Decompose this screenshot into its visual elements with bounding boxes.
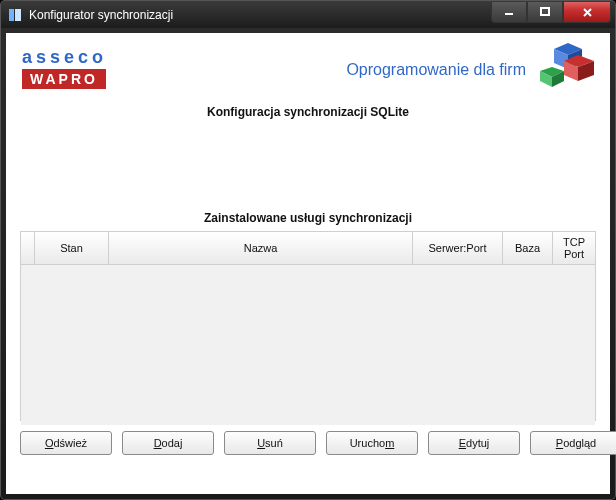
maximize-button[interactable] bbox=[527, 2, 563, 23]
minimize-button[interactable] bbox=[491, 2, 527, 23]
brand-logo: asseco WAPRO bbox=[22, 47, 107, 89]
main-section-title: Konfiguracja synchronizacji SQLite bbox=[6, 105, 610, 119]
window-frame: asseco WAPRO Oprogramowanie dla firm bbox=[0, 28, 616, 500]
close-button[interactable] bbox=[563, 2, 611, 23]
app-icon bbox=[7, 7, 23, 23]
delete-button[interactable]: Usuń bbox=[224, 431, 316, 455]
edit-button[interactable]: Edytuj bbox=[428, 431, 520, 455]
grid-header-row: Stan Nazwa Serwer:Port Baza TCP Port bbox=[21, 232, 595, 265]
col-tcp[interactable]: TCP Port bbox=[553, 232, 595, 264]
spacer-area bbox=[6, 119, 610, 205]
window-title: Konfigurator synchronizacji bbox=[29, 8, 491, 22]
button-label: Odśwież bbox=[45, 437, 87, 449]
run-button[interactable]: Uruchom bbox=[326, 431, 418, 455]
refresh-button[interactable]: Odśwież bbox=[20, 431, 112, 455]
services-grid[interactable]: Stan Nazwa Serwer:Port Baza TCP Port bbox=[20, 231, 596, 421]
svg-rect-3 bbox=[541, 8, 549, 15]
add-button[interactable]: Dodaj bbox=[122, 431, 214, 455]
button-label: Uruchom bbox=[350, 437, 395, 449]
grid-corner bbox=[21, 232, 35, 264]
header: asseco WAPRO Oprogramowanie dla firm bbox=[6, 33, 610, 97]
wapro-badge: WAPRO bbox=[22, 69, 106, 89]
titlebar[interactable]: Konfigurator synchronizacji bbox=[0, 0, 616, 29]
app-window: Konfigurator synchronizacji asseco WAPRO… bbox=[0, 0, 616, 500]
col-serwer[interactable]: Serwer:Port bbox=[413, 232, 503, 264]
button-bar: Odśwież Dodaj Usuń Uruchom Edytuj Podglą… bbox=[6, 421, 610, 455]
svg-rect-0 bbox=[9, 9, 14, 21]
button-label: Dodaj bbox=[154, 437, 183, 449]
asseco-wordmark: asseco bbox=[22, 47, 107, 68]
sub-section-title: Zainstalowane usługi synchronizacji bbox=[6, 211, 610, 225]
col-nazwa[interactable]: Nazwa bbox=[109, 232, 413, 264]
button-label: Edytuj bbox=[459, 437, 490, 449]
window-controls bbox=[491, 2, 611, 22]
button-label: Usuń bbox=[257, 437, 283, 449]
grid-body[interactable] bbox=[21, 265, 595, 425]
button-label: Podgląd bbox=[556, 437, 596, 449]
preview-button[interactable]: Podgląd bbox=[530, 431, 616, 455]
slogan-text: Oprogramowanie dla firm bbox=[346, 61, 526, 79]
col-baza[interactable]: Baza bbox=[503, 232, 553, 264]
blocks-icon bbox=[538, 41, 598, 89]
svg-rect-1 bbox=[15, 9, 21, 21]
col-stan[interactable]: Stan bbox=[35, 232, 109, 264]
client-area: asseco WAPRO Oprogramowanie dla firm bbox=[6, 33, 610, 494]
